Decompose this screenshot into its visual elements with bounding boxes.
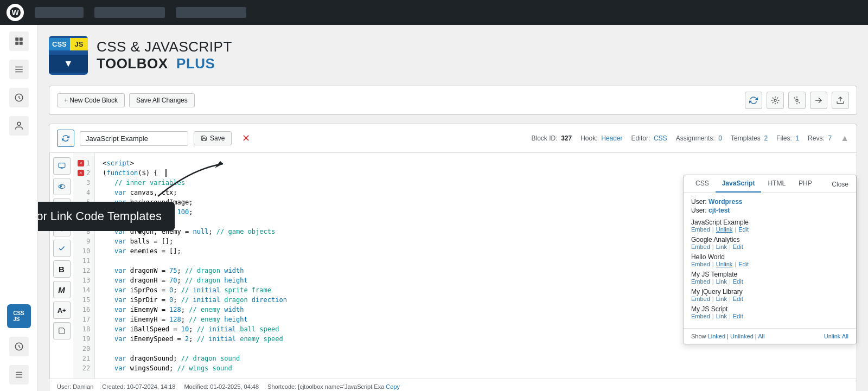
import-icon[interactable]	[810, 92, 827, 109]
user-wordpress: User: Wordpress	[691, 198, 848, 206]
revs-field: Revs: 7	[808, 134, 832, 142]
sidebar-icon-4[interactable]	[9, 116, 29, 136]
user-wordpress-link[interactable]: Wordpress	[709, 198, 742, 206]
refresh-icon[interactable]	[745, 92, 762, 109]
files-field: Files: 1	[776, 134, 799, 142]
filter-all[interactable]: All	[758, 333, 764, 339]
filter-unlinked[interactable]: Unlinked	[730, 333, 754, 339]
side-icon-b[interactable]: B	[53, 260, 71, 278]
hook-field: Hook: Header	[580, 134, 622, 142]
templates-link[interactable]: 2	[764, 134, 768, 142]
overlay-panel: Close CSS JavaScript HTML PHP User: Word…	[683, 175, 857, 344]
sidebar-icon-5[interactable]	[9, 337, 29, 356]
side-icon-save[interactable]	[53, 322, 71, 339]
title-main: TOOLBOX	[97, 55, 168, 72]
edit-link-5[interactable]: Edit	[733, 296, 743, 302]
show-filter: Show Linked | Unlinked | All	[691, 333, 764, 339]
status-shortcode: Shortcode: [cjtoolbox name='JavaScript E…	[267, 383, 400, 390]
embed-link-1[interactable]: Embed	[691, 226, 710, 233]
edit-link-3[interactable]: Edit	[738, 261, 749, 267]
assignments-link[interactable]: 0	[718, 134, 722, 142]
side-icon-check[interactable]	[53, 240, 71, 257]
embed-tooltip: Embed or Link Code Templates	[38, 202, 175, 231]
hook-link[interactable]: Header	[601, 134, 622, 142]
status-created: Created: 10-07-2024, 14:18	[102, 383, 175, 390]
revs-link[interactable]: 7	[828, 134, 832, 142]
embed-link-6[interactable]: Embed	[691, 313, 710, 319]
left-sidebar: CSSJS	[0, 25, 38, 391]
template-name-3: Hello World	[691, 253, 848, 261]
edit-link-2[interactable]: Edit	[733, 243, 743, 250]
template-item-3: Hello World Embed | Unlink | Edit	[691, 253, 848, 267]
editor-link[interactable]: CSS	[654, 134, 667, 142]
link-link-5[interactable]: Link	[716, 296, 727, 302]
save-all-changes-button[interactable]: Save All Changes	[129, 93, 195, 107]
embed-link-3[interactable]: Embed	[691, 261, 710, 267]
toolbar-left: + New Code Block Save All Changes	[57, 93, 195, 107]
arrow-graphic	[147, 158, 234, 202]
template-name-5: My jQuery Library	[691, 288, 848, 296]
code-block-name-input[interactable]	[80, 131, 188, 146]
plugin-logo: CSS JS ▼	[49, 36, 88, 75]
svg-rect-2	[15, 42, 18, 45]
code-line-21: var dragonSound; // dragon sound	[103, 354, 849, 363]
sidebar-icon-6[interactable]	[9, 365, 29, 384]
template-item-4: My JS Template Embed | Link | Edit	[691, 271, 848, 285]
overlay-tab-css[interactable]: CSS	[689, 175, 716, 193]
settings-icon[interactable]	[767, 92, 784, 109]
block-refresh-icon[interactable]	[57, 130, 74, 147]
save-button[interactable]: Save	[194, 131, 232, 145]
embed-link-5[interactable]: Embed	[691, 296, 710, 302]
edit-link-1[interactable]: Edit	[738, 226, 749, 233]
link-link-4[interactable]: Link	[716, 278, 727, 285]
copy-shortcode-button[interactable]: Copy	[386, 383, 400, 390]
collapse-icon[interactable]: ▲	[840, 133, 849, 143]
logo-icon: ▼	[63, 58, 73, 69]
admin-bar-item-2	[94, 7, 165, 18]
filter-linked[interactable]: Linked	[708, 333, 725, 339]
sidebar-css-js-icon[interactable]: CSSJS	[7, 304, 31, 328]
svg-point-8	[796, 99, 798, 101]
code-block-header: Save ✕ Block ID: 327 Hook: Header Editor…	[49, 124, 857, 153]
side-icon-a[interactable]: A+	[53, 302, 71, 319]
assignments-field: Assignments: 0	[676, 134, 722, 142]
template-actions-2: Embed | Link | Edit	[691, 243, 848, 250]
side-icon-php[interactable]: P	[53, 178, 71, 195]
svg-rect-9	[59, 163, 65, 168]
side-icon-m[interactable]: M	[53, 281, 71, 298]
unlink-link-1[interactable]: Unlink	[716, 226, 733, 233]
block-meta: Block ID: 327 Hook: Header Editor: CSS A…	[531, 133, 849, 143]
line-numbers: ✕1 ✕2 3 4 5 6 7 8 9 10 11 12 13 14	[73, 153, 95, 379]
template-item-2: Google Analytics Embed | Link | Edit	[691, 236, 848, 250]
title-prefix: CSS & JAVASCRIPT	[97, 39, 232, 55]
edit-link-6[interactable]: Edit	[733, 313, 743, 319]
status-bar: User: Damian Created: 10-07-2024, 14:18 …	[49, 379, 857, 391]
sidebar-icon-3[interactable]	[9, 88, 29, 107]
new-code-block-button[interactable]: + New Code Block	[57, 93, 125, 107]
admin-bar: W	[0, 0, 868, 25]
overlay-tab-html[interactable]: HTML	[761, 175, 792, 193]
export-icon[interactable]	[832, 92, 849, 109]
close-overlay-button[interactable]: Close	[832, 181, 848, 188]
files-link[interactable]: 1	[795, 134, 799, 142]
template-item-6: My JS Script Embed | Link | Edit	[691, 305, 848, 319]
logo-bottom: ▼	[49, 55, 88, 73]
unlink-all-button[interactable]: Unlink All	[824, 333, 848, 339]
wp-logo[interactable]: W	[7, 4, 24, 21]
unlink-link-3[interactable]: Unlink	[716, 261, 733, 267]
sidebar-icon-1[interactable]	[9, 31, 29, 51]
embed-link-2[interactable]: Embed	[691, 243, 710, 250]
overlay-tab-javascript[interactable]: JavaScript	[716, 175, 762, 193]
link-link-6[interactable]: Link	[716, 313, 727, 319]
side-icon-embed[interactable]	[53, 157, 71, 175]
embed-link-4[interactable]: Embed	[691, 278, 710, 285]
plugin-title: CSS & JAVASCRIPT TOOLBOX PLUS	[97, 39, 232, 72]
user-cjt-test-link[interactable]: cjt-test	[709, 207, 730, 214]
svg-rect-0	[15, 37, 18, 41]
close-block-icon[interactable]: ✕	[237, 130, 254, 147]
edit-link-4[interactable]: Edit	[733, 278, 743, 285]
link-link-2[interactable]: Link	[716, 243, 727, 250]
overlay-tab-php[interactable]: PHP	[792, 175, 819, 193]
sidebar-icon-2[interactable]	[9, 60, 29, 79]
settings2-icon[interactable]	[788, 92, 806, 109]
